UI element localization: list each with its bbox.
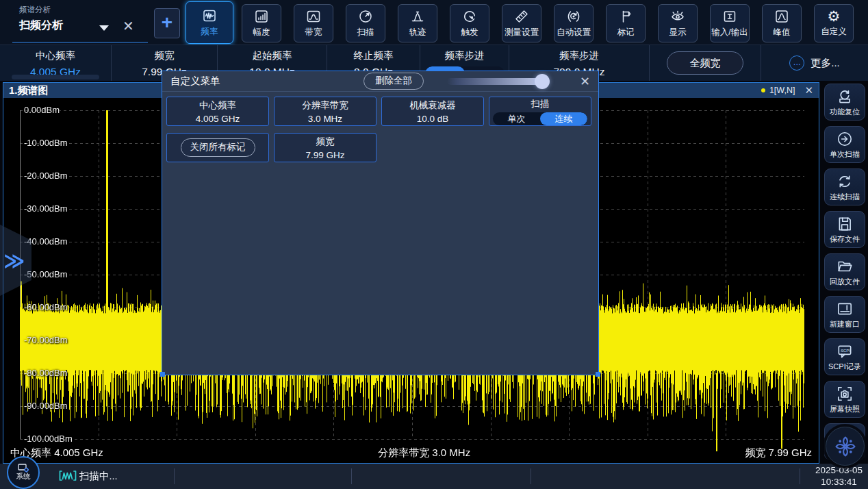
menu-card-close-all-markers: 关闭所有标记 <box>166 133 269 162</box>
menu-card-span[interactable]: 频宽 7.99 GHz <box>274 133 376 162</box>
clover-nav-icon <box>833 434 858 459</box>
system-button[interactable]: 系统 <box>7 456 40 489</box>
sidebar-button-save-file[interactable]: 保存文件 <box>824 211 865 248</box>
dialog-resize-handle-bl[interactable] <box>160 372 165 377</box>
sidebar-button-function-reset[interactable]: 功能复位 <box>824 84 865 121</box>
sidebar-button-single-sweep[interactable]: 单次扫描 <box>824 126 865 163</box>
save-file-icon <box>836 215 854 233</box>
taskbar-divider <box>351 468 352 484</box>
dialog-header[interactable]: 自定义菜单 删除全部 ✕ <box>162 71 598 92</box>
toolbar-button-measure-setup[interactable]: 测量设置 <box>502 4 541 42</box>
dialog-title: 自定义菜单 <box>170 75 220 88</box>
sweep-single-option[interactable]: 单次 <box>493 112 540 125</box>
y-axis-label: -30.00dBm <box>24 203 68 214</box>
slider-knob[interactable] <box>535 74 550 89</box>
close-all-markers-button[interactable]: 关闭所有标记 <box>181 138 255 157</box>
date-text: 2025-03-05 <box>815 465 863 477</box>
trace-badge: 1[W,N] <box>769 86 795 95</box>
datetime-display: 2025-03-05 10:33:41 <box>815 465 863 488</box>
active-field-indicator <box>12 75 99 79</box>
menu-size-slider[interactable] <box>447 78 547 85</box>
menu-card-rbw[interactable]: 分辨率带宽 3.0 MHz <box>274 97 376 126</box>
trace-icon <box>409 8 426 25</box>
tab-close-icon[interactable]: ✕ <box>123 18 134 34</box>
tab-title: 扫频分析 <box>19 18 63 33</box>
tab-active-underline <box>12 42 148 43</box>
chart-title: 1.频谱图 <box>9 84 49 97</box>
sidebar-button-new-window[interactable]: 新建窗口 <box>824 296 865 333</box>
dialog-resize-handle-br[interactable] <box>596 372 600 377</box>
toolbar-button-frequency[interactable]: 频率 <box>186 1 233 44</box>
toolbar-button-custom[interactable]: ⚙ 自定义 <box>814 4 854 42</box>
window-close-icon[interactable]: ✕ <box>804 84 813 97</box>
add-tab-button[interactable]: + <box>154 8 180 38</box>
chart-footer: 中心频率 4.005 GHz 分辨率带宽 3.0 MHz 频宽 7.99 GHz <box>3 447 819 460</box>
toolbar-button-trigger[interactable]: 触发 <box>450 4 489 42</box>
dialog-body: 中心频率 4.005 GHz 分辨率带宽 3.0 MHz 机械衰减器 10.0 … <box>162 92 598 174</box>
quick-nav-fab[interactable] <box>826 427 865 466</box>
measure-setup-icon <box>513 8 530 25</box>
amplitude-icon <box>253 8 270 25</box>
field-center-frequency[interactable]: 中心频率 4.005 GHz <box>0 45 112 81</box>
custom-gear-icon: ⚙ <box>828 10 841 24</box>
menu-card-center-frequency[interactable]: 中心频率 4.005 GHz <box>166 97 269 126</box>
toolbar-button-marker[interactable]: 标记 <box>606 4 646 42</box>
trigger-icon <box>461 8 478 25</box>
sidebar-button-playback-file[interactable]: 回放文件 <box>824 253 865 290</box>
single-sweep-icon <box>836 130 854 148</box>
footer-rbw: 分辨率带宽 3.0 MHz <box>378 447 470 460</box>
sidebar-button-screenshot[interactable]: 屏幕快照 <box>824 381 865 418</box>
taskbar-divider <box>531 468 531 484</box>
toolbar-button-trace[interactable]: 轨迹 <box>398 4 437 42</box>
svg-text:·SCPI: ·SCPI <box>839 348 850 352</box>
y-axis-label: -100.00dBm <box>24 434 73 444</box>
sweep-icon <box>357 8 374 25</box>
y-axis-label: -70.00dBm <box>24 335 68 345</box>
y-axis-label: -80.00dBm <box>24 368 68 378</box>
playback-file-icon <box>836 258 854 275</box>
y-axis-label: -10.00dBm <box>24 138 68 148</box>
toolbar-button-sweep[interactable]: 扫描 <box>346 4 385 42</box>
main-toolbar: 频率 幅度 带宽 扫描 轨迹 触发 测量设置 自动设置 <box>190 0 854 45</box>
toolbar-button-bandwidth[interactable]: 带宽 <box>294 4 333 42</box>
y-axis-label: -60.00dBm <box>24 302 68 312</box>
trace-color-dot <box>761 88 765 92</box>
sidebar-button-scpi-log[interactable]: ·SCPI SCPI记录 <box>824 338 865 375</box>
right-sidebar: 功能复位 单次扫描 连续扫描 保存文件 回放文件 新建窗口 ·SCPI SCPI… <box>824 84 865 460</box>
full-span-zone: 全频宽 <box>650 45 761 81</box>
full-span-button[interactable]: 全频宽 <box>667 51 743 75</box>
toolbar-button-auto-setup[interactable]: 自动设置 <box>554 4 593 42</box>
more-label: 更多... <box>810 57 840 70</box>
toolbar-button-display[interactable]: 显示 <box>658 4 698 42</box>
time-text: 10:33:41 <box>815 477 863 488</box>
y-axis-label: 0.00dBm <box>24 105 60 115</box>
screenshot-icon <box>836 385 854 403</box>
sweep-mode-toggle[interactable]: 单次 连续 <box>493 112 587 125</box>
dialog-close-icon[interactable]: ✕ <box>580 74 590 89</box>
sweep-status-text: 扫描中... <box>79 470 118 483</box>
app-tab[interactable]: 频谱分析 扫频分析 ✕ <box>0 0 152 45</box>
footer-span: 频宽 7.99 GHz <box>745 447 812 460</box>
menu-card-mech-attenuator[interactable]: 机械衰减器 10.0 dB <box>381 97 484 126</box>
top-bar: 频谱分析 扫频分析 ✕ + 频率 幅度 带宽 扫描 轨迹 触发 <box>0 0 868 45</box>
delete-all-button[interactable]: 删除全部 <box>363 73 424 90</box>
y-axis-label: -20.00dBm <box>24 171 68 181</box>
toolbar-button-amplitude[interactable]: 幅度 <box>242 4 281 42</box>
bandwidth-icon <box>305 8 322 25</box>
toolbar-button-input-output[interactable]: 输入/输出 <box>710 4 750 42</box>
sidebar-button-continuous-sweep[interactable]: 连续扫描 <box>824 168 865 205</box>
input-output-icon <box>722 8 738 25</box>
more-zone[interactable]: ... 更多... <box>761 45 868 81</box>
chevron-down-icon[interactable] <box>99 25 109 31</box>
y-axis-label: -90.00dBm <box>24 401 68 411</box>
continuous-sweep-icon <box>836 173 854 190</box>
function-reset-icon <box>836 88 854 105</box>
menu-card-sweep-mode: 扫描 单次 连续 <box>489 97 591 126</box>
sweep-continuous-option[interactable]: 连续 <box>540 112 587 125</box>
auto-setup-icon <box>565 8 582 25</box>
peak-icon <box>774 8 790 25</box>
toolbar-button-peak[interactable]: 峰值 <box>762 4 802 42</box>
custom-menu-dialog: 自定义菜单 删除全部 ✕ 中心频率 4.005 GHz 分辨率带宽 3.0 MH… <box>162 71 599 375</box>
scpi-log-icon: ·SCPI <box>836 342 854 360</box>
taskbar: 系统 扫描中... 2025-03-05 10:33:41 <box>0 464 868 489</box>
